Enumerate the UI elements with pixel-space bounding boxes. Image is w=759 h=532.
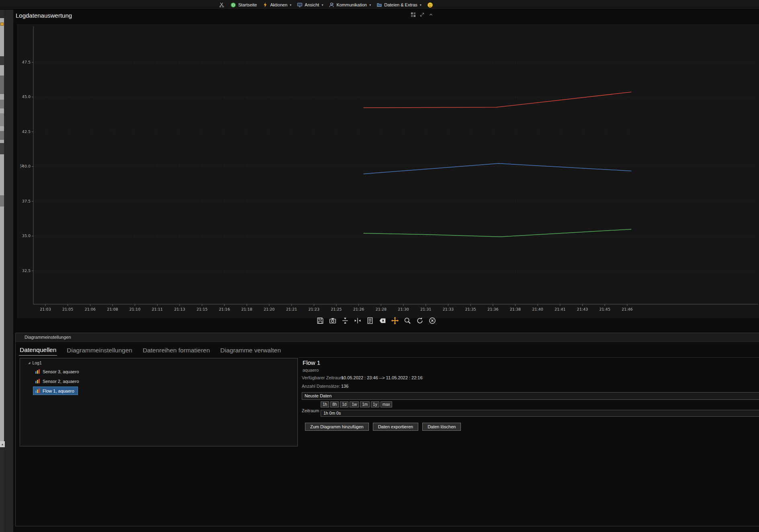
diagram-settings-panel: Diagrammeinstellungen Datenquellen Diagr… [15,333,759,526]
menu-item-label: Dateien & Extras [384,2,417,7]
y-tick-label: 47.5 [22,60,31,64]
resize-icon[interactable] [419,11,425,18]
tab-diagramme-verwalten[interactable]: Diagramme verwalten [219,346,282,356]
detail-action-buttons: Zum Diagramm hinzufügen Daten exportiere… [305,423,461,431]
save-icon[interactable] [315,316,325,325]
x-tick-label: 21:10 [129,307,140,311]
tab-datenreihen-formatieren[interactable]: Datenreihen formatieren [142,346,211,356]
home-icon [230,2,236,8]
menu-item-feedback[interactable] [427,0,433,10]
x-tick-label: 21:03 [40,307,51,311]
range-button-1h[interactable]: 1h [321,401,329,407]
title-bar-controls [410,11,434,18]
refresh-icon[interactable] [415,316,425,325]
zoom-icon[interactable] [403,316,412,325]
x-tick-label: 21:33 [443,307,454,311]
data-source-tree: ◢ Log1 Sensor 3, aquaero Sensor 2, aquae… [20,358,298,446]
sliver-segment [0,131,4,140]
grid-icon[interactable] [410,11,416,18]
sliver-segment [0,56,4,65]
series-blue-series [364,164,632,174]
menu-item-cut[interactable] [219,0,225,10]
detail-title: Flow 1 [303,359,320,366]
x-tick-label: 21:35 [465,307,476,311]
y-tick-label: 35.0 [22,233,31,238]
chart-plot-area[interactable]: 32.535.037.540.042.545.047.521:0321:0521… [17,24,759,318]
tree-item-sensor3[interactable]: Sensor 3, aquaero [33,367,83,376]
tree-expand-icon[interactable]: ◢ [28,361,30,364]
zeitraum-row-label: Verfügbarer Zeitraum: [302,375,345,380]
x-tick-label: 21:05 [62,307,73,311]
sliver-segment [0,143,4,154]
range-mode-select[interactable]: Neuste Daten [302,392,759,400]
page-title: Logdatenauswertung [16,12,72,19]
x-tick-label: 21:20 [264,307,274,311]
datensaetze-row-value: 136 [341,384,348,389]
x-tick-label: 21:18 [241,307,252,311]
zeitraum-row-value: 10.05.2022 : 23:46 --> 11.05.2022 : 22:1… [341,375,423,380]
x-tick-label: 21:15 [196,307,207,311]
tree-item-sensor2[interactable]: Sensor 2, aquaero [33,377,83,385]
menu-item-startseite[interactable]: Startseite [230,0,257,10]
settings-tabs: Datenquellen Diagrammeinstellungen Daten… [19,345,282,356]
fit-horizontal-icon[interactable] [353,316,362,325]
scroll-up-arrow[interactable]: ▲ [0,441,5,447]
menu-item-aktionen[interactable]: Aktionen ▾ [262,0,291,10]
export-data-button[interactable]: Daten exportieren [373,423,418,431]
tab-datenquellen[interactable]: Datenquellen [19,345,57,356]
y-tick-label: 32.5 [22,268,31,273]
x-tick-label: 21:28 [376,307,387,311]
range-button-1y[interactable]: 1y [371,401,379,407]
move-icon[interactable] [390,316,400,325]
duration-input[interactable]: 1h 0m 0s [321,410,759,417]
range-button-8h[interactable]: 8h [330,401,339,407]
x-tick-label: 21:25 [331,307,342,311]
tab-diagrammeinstellungen[interactable]: Diagrammeinstellungen [66,346,133,356]
title-bar: Logdatenauswertung [13,10,759,22]
menu-item-ansicht[interactable]: Ansicht ▾ [297,0,323,10]
x-tick-label: 21:23 [309,307,319,311]
bar-chart-icon [35,379,40,384]
fit-vertical-icon[interactable] [340,316,350,325]
x-tick-label: 21:21 [286,307,297,311]
menu-item-label: Startseite [238,2,257,7]
x-tick-label: 21:30 [398,307,409,311]
chevron-down-icon: ▾ [290,3,291,7]
x-tick-label: 21:26 [353,307,364,311]
tree-root-log1[interactable]: ◢ Log1 [20,358,297,366]
smiley-icon [427,2,433,8]
display-icon [297,2,303,8]
camera-icon[interactable] [328,316,338,325]
x-tick-label: 21:40 [532,307,543,311]
add-to-diagram-button[interactable]: Zum Diagramm hinzufügen [305,423,369,431]
range-button-1w[interactable]: 1w [350,401,359,407]
collapse-icon[interactable] [428,11,434,18]
report-icon[interactable] [365,316,375,325]
sliver-segment [0,195,4,207]
background-gap [4,10,13,532]
files-icon [376,2,382,8]
sliver-segment [0,113,4,126]
range-quick-buttons: 1h 8h 1d 1w 1m 1y max [321,401,392,407]
menu-item-label: Aktionen [270,2,287,7]
zeitraum-label: Zeitraum [302,408,319,413]
menu-item-dateien-extras[interactable]: Dateien & Extras ▾ [376,0,421,10]
sliver-segment [0,76,4,94]
range-button-1m[interactable]: 1m [360,401,370,407]
menu-item-kommunikation[interactable]: Kommunikation ▾ [329,0,371,10]
delete-data-button[interactable]: Daten löschen [422,423,461,431]
log-chart[interactable]: 32.535.037.540.042.545.047.521:0321:0521… [17,24,759,318]
x-tick-label: 21:41 [554,307,565,311]
close-icon[interactable] [428,316,437,325]
x-tick-label: 21:45 [599,307,610,311]
x-tick-label: 21:31 [420,307,431,311]
data-source-details: Flow 1 aquaero Verfügbarer Zeitraum: 10.… [299,357,759,526]
x-tick-label: 21:11 [152,307,163,311]
range-button-max[interactable]: max [381,401,392,407]
background-window-icon [0,23,4,26]
x-tick-label: 21:08 [107,307,118,311]
x-tick-label: 21:46 [622,307,632,311]
range-button-1d[interactable]: 1d [340,401,348,407]
clear-icon[interactable] [378,316,387,325]
tree-item-flow1[interactable]: Flow 1, aquaero [33,387,78,395]
